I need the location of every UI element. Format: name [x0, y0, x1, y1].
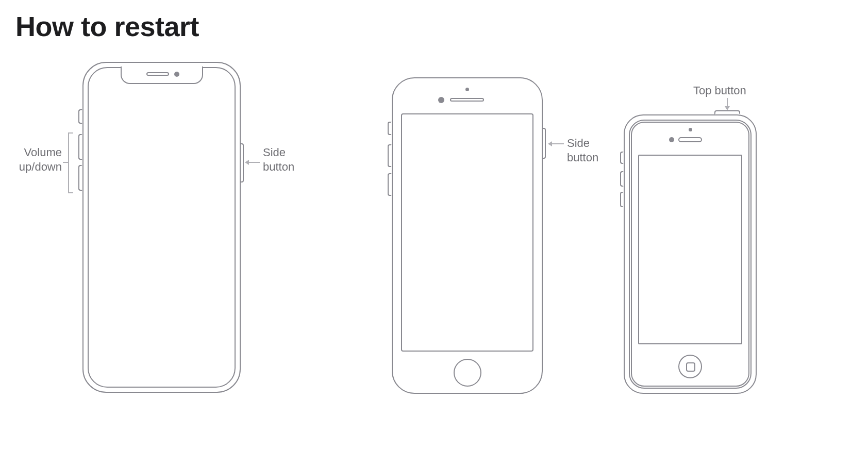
home-button [678, 355, 702, 378]
sensor-dot [689, 128, 692, 131]
volume-up-button [78, 134, 82, 160]
front-camera [174, 72, 179, 77]
home-button [454, 359, 481, 387]
mute-switch [388, 122, 392, 135]
label-side-2: Side button [567, 136, 613, 164]
volume-down-button [78, 165, 82, 191]
sensor-dot [465, 88, 469, 91]
earpiece-speaker [450, 98, 484, 102]
front-camera [438, 97, 444, 103]
phone-classic [624, 114, 757, 394]
volume-up-button [620, 171, 624, 187]
mute-switch [620, 152, 624, 164]
phone-modern [82, 62, 241, 393]
earpiece-speaker [146, 72, 169, 76]
front-camera [669, 137, 674, 142]
mute-switch [78, 109, 82, 124]
volume-up-button [388, 144, 392, 167]
volume-down-button [388, 173, 392, 196]
page-title: How to restart [15, 10, 868, 42]
earpiece-speaker [678, 137, 702, 142]
volume-down-button [620, 192, 624, 207]
label-top: Top button [693, 84, 760, 98]
top-power-button [714, 110, 740, 114]
bracket-volume [68, 132, 73, 193]
label-side-1: Side button [263, 145, 309, 174]
screen [638, 155, 742, 344]
phone-home-button [392, 77, 543, 394]
screen [401, 113, 533, 352]
label-volume: Volume up/down [5, 145, 62, 174]
diagram-stage: Volume up/down Side button Side button [0, 42, 868, 465]
